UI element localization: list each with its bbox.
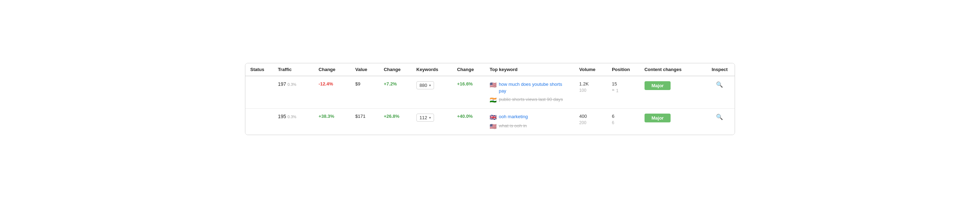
position-cell: 15❝1 xyxy=(607,76,640,108)
keywords-cell[interactable]: 880▾ xyxy=(412,76,452,108)
inspect-cell[interactable]: 🔍 xyxy=(705,76,735,108)
quote-icon: ❝ xyxy=(612,88,615,93)
value-amount: $171 xyxy=(355,114,365,119)
inspect-cell[interactable]: 🔍 xyxy=(705,108,735,135)
keyword-link[interactable]: ooh marketing xyxy=(499,114,528,120)
traffic-change-cell: -12.4% xyxy=(313,76,350,108)
keywords-change-value: +40.0% xyxy=(457,114,473,119)
chevron-down-icon: ▾ xyxy=(429,116,431,120)
keyword-row: 🇺🇸how much does youtube shorts pay xyxy=(490,81,570,94)
traffic-value: 197 xyxy=(278,81,286,87)
keywords-change-cell: +40.0% xyxy=(452,108,485,135)
top-keyword-cell: 🇬🇧ooh marketing 🇺🇸what is ooh in xyxy=(485,108,574,135)
content-changes-button[interactable]: Major xyxy=(644,81,671,90)
col-header-topkeyword: Top keyword xyxy=(485,63,574,76)
col-header-traffic: Traffic xyxy=(273,63,313,76)
traffic-change-cell: +38.3% xyxy=(313,108,350,135)
content-changes-button[interactable]: Major xyxy=(644,114,671,122)
country-flag: 🇺🇸 xyxy=(490,123,497,130)
table-row: 1950.3%+38.3%$171+26.8%112▾+40.0% 🇬🇧ooh … xyxy=(245,108,735,135)
main-table-container: Status Traffic Change Value Change Keywo… xyxy=(245,63,735,135)
value-cell: $9 xyxy=(350,76,379,108)
volume-sub: 200 xyxy=(579,120,602,125)
keywords-cell[interactable]: 112▾ xyxy=(412,108,452,135)
keywords-count: 112 xyxy=(420,115,427,120)
traffic-change-value: +38.3% xyxy=(318,114,334,119)
col-header-content: Content changes xyxy=(640,63,705,76)
traffic-percent: 0.3% xyxy=(288,115,296,119)
keywords-change-cell: +16.6% xyxy=(452,76,485,108)
col-header-status: Status xyxy=(245,63,273,76)
keyword-row: 🇮🇳public shorts views last 90 days xyxy=(490,97,570,103)
value-change-value: +7.2% xyxy=(384,81,397,87)
content-changes-cell[interactable]: Major xyxy=(640,76,705,108)
status-cell xyxy=(245,108,273,135)
col-header-value: Value xyxy=(350,63,379,76)
keyword-link[interactable]: how much does youtube shorts pay xyxy=(499,81,570,94)
chevron-down-icon: ▾ xyxy=(429,83,431,87)
data-table: Status Traffic Change Value Change Keywo… xyxy=(245,63,735,135)
position-sub: 6 xyxy=(612,120,635,125)
value-amount: $9 xyxy=(355,81,360,87)
country-flag: 🇬🇧 xyxy=(490,114,497,120)
top-keyword-cell: 🇺🇸how much does youtube shorts pay 🇮🇳pub… xyxy=(485,76,574,108)
volume-cell: 400200 xyxy=(574,108,607,135)
position-main: 15 xyxy=(612,81,635,87)
col-header-change1: Change xyxy=(313,63,350,76)
col-header-volume: Volume xyxy=(574,63,607,76)
traffic-change-value: -12.4% xyxy=(318,81,333,87)
position-sub: ❝1 xyxy=(612,88,635,93)
col-header-change3: Change xyxy=(452,63,485,76)
position-sub-value: 6 xyxy=(612,120,614,125)
volume-main: 400 xyxy=(579,114,602,119)
inspect-search-icon[interactable]: 🔍 xyxy=(716,114,723,120)
traffic-value: 195 xyxy=(278,114,286,119)
keyword-strikethrough: what is ooh in xyxy=(499,123,527,129)
value-change-value: +26.8% xyxy=(384,114,399,119)
country-flag: 🇮🇳 xyxy=(490,97,497,103)
value-change-cell: +26.8% xyxy=(379,108,412,135)
volume-sub: 100 xyxy=(579,88,602,93)
traffic-cell: 1970.3% xyxy=(273,76,313,108)
keyword-row: 🇺🇸what is ooh in xyxy=(490,123,570,130)
position-sub-value: 1 xyxy=(616,88,619,93)
value-change-cell: +7.2% xyxy=(379,76,412,108)
traffic-cell: 1950.3% xyxy=(273,108,313,135)
header-row: Status Traffic Change Value Change Keywo… xyxy=(245,63,735,76)
status-cell xyxy=(245,76,273,108)
content-changes-cell[interactable]: Major xyxy=(640,108,705,135)
keywords-dropdown[interactable]: 112▾ xyxy=(417,114,434,122)
keyword-strikethrough: public shorts views last 90 days xyxy=(499,97,563,103)
keywords-dropdown[interactable]: 880▾ xyxy=(417,81,434,89)
keywords-count: 880 xyxy=(420,82,427,88)
keyword-row: 🇬🇧ooh marketing xyxy=(490,114,570,120)
position-cell: 66 xyxy=(607,108,640,135)
value-cell: $171 xyxy=(350,108,379,135)
col-header-change2: Change xyxy=(379,63,412,76)
col-header-position: Position xyxy=(607,63,640,76)
col-header-inspect: Inspect xyxy=(705,63,735,76)
col-header-keywords: Keywords xyxy=(412,63,452,76)
table-row: 1970.3%-12.4%$9+7.2%880▾+16.6% 🇺🇸how muc… xyxy=(245,76,735,108)
keywords-change-value: +16.6% xyxy=(457,81,473,87)
country-flag: 🇺🇸 xyxy=(490,82,497,88)
volume-cell: 1.2K100 xyxy=(574,76,607,108)
inspect-search-icon[interactable]: 🔍 xyxy=(716,82,723,87)
traffic-percent: 0.3% xyxy=(288,82,296,87)
position-main: 6 xyxy=(612,114,635,119)
volume-main: 1.2K xyxy=(579,81,602,87)
